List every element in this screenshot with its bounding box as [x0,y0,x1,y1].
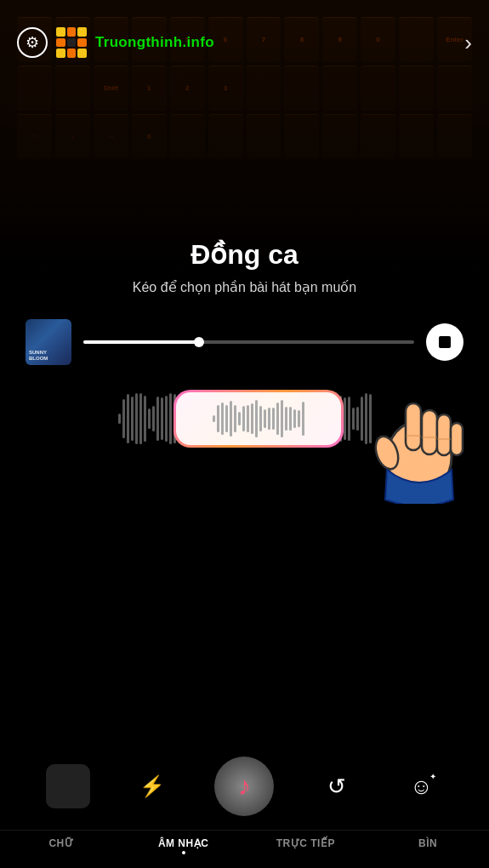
effects-button[interactable]: ⚡ [130,764,174,808]
logo-dot [67,38,77,48]
wave-bar [161,397,163,441]
wave-bar [356,407,359,431]
tab-am-nhac-label: ÂM NHẠC [158,837,209,849]
track-bar: SUNNYBLOOM [26,319,463,365]
selector-wave-bar [285,407,287,431]
wave-bar [135,393,138,444]
next-button[interactable]: › [464,30,472,56]
logo-dot [77,27,87,37]
selector-waveform [204,400,313,437]
main-content: Đồng ca Kéo để chọn phần bài hát bạn muố… [0,238,489,474]
selector-wave-bar [289,407,292,431]
logo-dot [77,38,87,48]
bolt-icon: ⚡ [139,774,165,798]
nav-tabs: CHỮ ÂM NHẠC TRỰC TIẾP BÌN [0,830,489,868]
wave-bar [352,408,355,431]
logo-dot [67,49,77,58]
selector-wave-bar [238,412,241,425]
tab-chu-label: CHỮ [48,837,73,849]
wave-bar [348,397,350,440]
gallery-button[interactable] [46,764,90,808]
wave-bar [122,399,125,438]
wave-bar [361,397,363,442]
music-note-icon: ♪ [238,772,251,801]
song-selector-inner [176,392,341,445]
page-title: Đồng ca [26,238,463,271]
tab-bin[interactable]: BÌN [394,837,462,854]
wave-bar [144,396,146,442]
tab-truc-tiep[interactable]: TRỰC TIẾP [271,837,339,854]
selector-wave-bar [281,400,283,437]
selector-wave-bar [251,403,253,434]
logo-icon [56,27,87,58]
wave-bar [156,397,159,442]
selector-wave-bar [255,400,258,437]
logo-dot [67,27,77,37]
selector-wave-bar [221,403,224,435]
music-button[interactable]: ♪ [214,757,274,816]
selector-wave-bar [276,403,279,436]
wave-bar [344,397,346,440]
selector-wave-bar [217,405,219,431]
icon-bar: ⚡ ♪ ↺ ☺✦ [0,757,489,816]
wave-bar [365,393,367,444]
tab-chu[interactable]: CHỮ [27,837,95,854]
logo-dot [56,27,65,37]
selector-wave-bar [272,408,275,431]
selector-wave-bar [234,405,236,431]
selector-wave-bar [230,401,232,436]
wave-bar [131,397,134,442]
tab-am-nhac-indicator [182,851,185,854]
refresh-button[interactable]: ↺ [315,764,359,808]
header: ⚙ Truongthinh.info › [0,0,489,68]
wave-bar [169,393,172,444]
selector-wave-bar [259,406,262,431]
selector-wave-bar [213,415,215,422]
header-left: ⚙ Truongthinh.info [17,27,214,58]
wave-bar [118,414,121,424]
album-title: SUNNYBLOOM [29,350,68,362]
selector-wave-bar [264,409,266,428]
selector-wave-bar [268,408,270,431]
wave-bar [148,408,151,429]
refresh-icon: ↺ [327,774,346,800]
settings-icon[interactable]: ⚙ [17,27,48,58]
waveform-area[interactable] [26,380,463,457]
wave-bar [165,396,168,443]
stop-button[interactable] [426,323,463,361]
selector-wave-bar [293,409,296,428]
selector-wave-bar [242,406,245,431]
wave-bar [127,394,129,444]
wave-bar [139,393,142,444]
tab-bin-label: BÌN [418,837,437,849]
tab-truc-tiep-label: TRỰC TIẾP [276,837,335,849]
selector-wave-bar [302,402,304,436]
selector-wave-bar [225,405,228,432]
page-subtitle: Kéo để chọn phần bài hát bạn muốn [26,279,463,295]
progress-thumb [194,337,204,347]
logo-dot [77,49,87,58]
bottom-section: ⚡ ♪ ↺ ☺✦ CHỮ ÂM NHẠC TRỰC TIẾP [0,743,489,868]
wave-bar [369,394,372,443]
site-name-label: Truongthinh.info [95,34,214,51]
selector-wave-bar [247,405,249,433]
progress-fill [83,340,199,344]
logo-dot [56,38,65,48]
logo-dot [56,49,65,58]
song-selector[interactable] [173,390,344,448]
progress-bar[interactable] [83,340,414,344]
smile-icon: ☺✦ [410,774,433,800]
face-effects-button[interactable]: ☺✦ [399,764,443,808]
album-art: SUNNYBLOOM [26,319,71,365]
tab-am-nhac[interactable]: ÂM NHẠC [150,837,218,854]
selector-wave-bar [298,410,300,427]
wave-bar [152,406,155,432]
stop-icon [439,336,451,348]
